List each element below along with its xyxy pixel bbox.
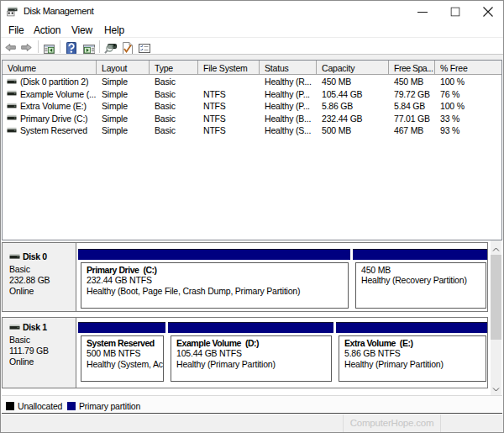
scroll-down-icon[interactable] xyxy=(491,385,501,393)
column-header-free_space[interactable]: Free Spa... xyxy=(389,61,435,75)
disk-size: 111.79 GB xyxy=(9,346,74,356)
partition-size: 105.44 GB NTFS xyxy=(176,348,331,359)
legend-bar: Unallocated Primary partition xyxy=(2,395,502,414)
title-bar: Disk Management xyxy=(0,0,504,24)
volume-list-header: VolumeLayoutTypeFile SystemStatusCapacit… xyxy=(3,61,501,75)
scroll-up-icon[interactable] xyxy=(491,246,501,254)
column-header-capacity[interactable]: Capacity xyxy=(317,61,389,75)
partition-box: Primary Drive (C:)232.44 GB NTFSHealthy … xyxy=(81,262,349,309)
volume-row[interactable]: Extra Volume (E:)SimpleBasicNTFSHealthy … xyxy=(3,100,501,113)
cell-type: Basic xyxy=(150,101,198,111)
menu-file[interactable]: File xyxy=(8,24,24,36)
cell-capacity: 232.44 GB xyxy=(317,114,389,124)
column-header-volume[interactable]: Volume xyxy=(3,61,97,75)
maximize-button[interactable] xyxy=(438,0,471,23)
cell-layout: Simple xyxy=(97,101,150,111)
status-bar: ComputerHope.com xyxy=(0,415,504,433)
back-button[interactable] xyxy=(5,43,16,52)
disk-name: Disk 0 xyxy=(9,251,74,262)
column-header-pct_free[interactable]: % Free xyxy=(435,61,501,75)
menu-action[interactable]: Action xyxy=(34,24,60,36)
menu-view[interactable]: View xyxy=(71,24,92,36)
partition-health: Healthy (Recovery Partition) xyxy=(361,275,486,286)
partition-health: Healthy (System, Active, Primary Partiti… xyxy=(87,359,163,370)
partition[interactable]: Primary Drive (C:)232.44 GB NTFSHealthy … xyxy=(78,249,350,311)
partition-color-bar xyxy=(336,322,487,333)
properties-button[interactable] xyxy=(139,44,150,53)
partition[interactable]: Example Volume (D:)105.44 GB NTFSHealthy… xyxy=(168,322,333,388)
partition-title: Example Volume (D:) xyxy=(176,338,331,349)
volume-list: VolumeLayoutTypeFile SystemStatusCapacit… xyxy=(2,60,502,240)
check-disk-button[interactable] xyxy=(123,42,133,55)
partition-health: Healthy (Boot, Page File, Crash Dump, Pr… xyxy=(87,286,348,297)
minimize-icon xyxy=(417,7,428,17)
show-hide-console-tree-button[interactable] xyxy=(44,45,55,54)
column-header-layout[interactable]: Layout xyxy=(97,61,150,75)
cell-layout: Simple xyxy=(97,114,150,124)
minimize-button[interactable] xyxy=(406,0,438,23)
volume-row[interactable]: Primary Drive (C:)SimpleBasicNTFSHealthy… xyxy=(3,113,501,125)
partition[interactable]: System Reserved500 MB NTFSHealthy (Syste… xyxy=(78,322,165,388)
disk-info-1[interactable]: Disk 1Basic111.79 GBOnline xyxy=(3,318,76,388)
disk-management-window: Disk Management File Action View Help xyxy=(0,0,504,433)
cell-volume: Primary Drive (C:) xyxy=(20,114,97,124)
cell-type: Basic xyxy=(150,125,198,135)
help-button[interactable] xyxy=(66,42,76,55)
toolbar xyxy=(0,38,504,55)
disk-graph-pane: Disk 0Basic232.88 GBOnlinePrimary Drive … xyxy=(2,240,502,395)
partition-color-bar xyxy=(78,249,350,260)
cell-status: Healthy (B... xyxy=(260,114,317,124)
close-button[interactable] xyxy=(471,0,504,23)
cell-free_space: 77.01 GB xyxy=(389,114,435,124)
toolbar-separator xyxy=(38,40,39,53)
volume-row[interactable]: (Disk 0 partition 2)SimpleBasicHealthy (… xyxy=(3,76,501,88)
cell-file_system: NTFS xyxy=(198,101,260,111)
column-header-file_system[interactable]: File System xyxy=(198,61,260,75)
toolbar-separator xyxy=(60,40,60,53)
cell-volume: Extra Volume (E:) xyxy=(20,101,97,111)
cell-free_space: 450 MB xyxy=(389,77,435,87)
disk-icon xyxy=(9,324,20,331)
column-header-status[interactable]: Status xyxy=(260,61,317,75)
cell-capacity: 105.44 GB xyxy=(317,89,389,99)
column-header-type[interactable]: Type xyxy=(150,61,198,75)
cell-capacity: 500 MB xyxy=(317,125,389,135)
disk-info-0[interactable]: Disk 0Basic232.88 GBOnline xyxy=(3,243,76,311)
watermark: ComputerHope.com xyxy=(343,415,441,433)
partition-size: 5.86 GB NTFS xyxy=(344,348,486,359)
disk-management-icon xyxy=(7,6,18,17)
disk-icon xyxy=(9,253,20,261)
cell-capacity: 5.86 GB xyxy=(317,101,389,111)
forward-button[interactable] xyxy=(21,43,32,52)
volume-icon xyxy=(7,103,17,109)
volume-row[interactable]: System ReservedSimpleBasicNTFSHealthy (S… xyxy=(3,124,501,137)
scrollbar-thumb[interactable] xyxy=(491,255,501,340)
menu-bar: File Action View Help xyxy=(0,24,504,37)
rescan-disks-button[interactable] xyxy=(104,42,117,55)
volume-icon xyxy=(7,127,17,134)
vertical-scrollbar[interactable] xyxy=(491,240,501,395)
partition[interactable]: Extra Volume (E:)5.86 GB NTFSHealthy (Pr… xyxy=(336,322,487,388)
show-hide-action-pane-button[interactable] xyxy=(83,45,95,54)
disk-type: Basic xyxy=(9,335,74,346)
cell-file_system: NTFS xyxy=(198,114,260,124)
partition-color-bar xyxy=(353,249,487,260)
menu-help[interactable]: Help xyxy=(104,24,124,36)
legend-label-unallocated: Unallocated xyxy=(18,401,62,411)
disk-name: Disk 1 xyxy=(9,322,74,333)
disk-status: Online xyxy=(9,286,74,297)
volume-row[interactable]: Example Volume (...SimpleBasicNTFSHealth… xyxy=(3,88,501,101)
cell-pct_free: 33 % xyxy=(435,114,501,124)
cell-status: Healthy (P... xyxy=(260,101,317,111)
cell-type: Basic xyxy=(150,77,198,87)
cell-capacity: 450 MB xyxy=(317,77,389,87)
partition-title: Primary Drive (C:) xyxy=(87,265,348,276)
volume-icon xyxy=(7,90,17,97)
partition-size: 450 MB xyxy=(361,265,486,276)
disk-row-0: Disk 0Basic232.88 GBOnlinePrimary Drive … xyxy=(2,242,488,312)
partition-health: Healthy (Primary Partition) xyxy=(344,359,486,370)
maximize-icon xyxy=(450,7,459,16)
cell-free_space: 5.84 GB xyxy=(389,101,435,111)
partition[interactable]: 450 MBHealthy (Recovery Partition) xyxy=(353,249,487,311)
cell-status: Healthy (S... xyxy=(260,125,317,135)
